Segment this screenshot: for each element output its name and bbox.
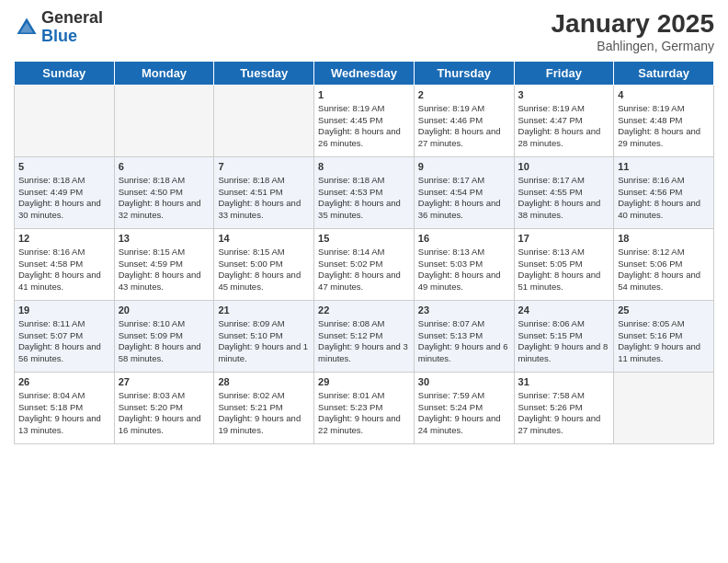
weekday-wednesday: Wednesday <box>314 62 415 86</box>
day-number: 31 <box>518 375 610 389</box>
day-number: 7 <box>218 160 310 174</box>
day-info: Sunrise: 8:16 AMSunset: 4:58 PMDaylight:… <box>18 247 110 293</box>
day-number: 11 <box>618 160 710 174</box>
calendar-cell: 6Sunrise: 8:18 AMSunset: 4:50 PMDaylight… <box>114 157 214 229</box>
calendar-cell: 25Sunrise: 8:05 AMSunset: 5:16 PMDayligh… <box>614 301 714 373</box>
calendar-cell <box>614 373 714 444</box>
day-info: Sunrise: 8:03 AMSunset: 5:20 PMDaylight:… <box>119 390 210 437</box>
day-info: Sunrise: 8:16 AMSunset: 4:56 PMDaylight:… <box>618 175 710 222</box>
day-number: 26 <box>18 375 110 389</box>
calendar-cell: 26Sunrise: 8:04 AMSunset: 5:18 PMDayligh… <box>15 373 115 444</box>
calendar-cell: 20Sunrise: 8:10 AMSunset: 5:09 PMDayligh… <box>114 301 214 373</box>
day-number: 28 <box>218 375 310 389</box>
day-number: 27 <box>119 375 210 389</box>
day-info: Sunrise: 8:13 AMSunset: 5:05 PMDaylight:… <box>518 247 610 293</box>
day-number: 20 <box>119 304 210 317</box>
weekday-saturday: Saturday <box>614 62 714 86</box>
calendar-cell: 30Sunrise: 7:59 AMSunset: 5:24 PMDayligh… <box>414 373 514 444</box>
calendar-cell: 10Sunrise: 8:17 AMSunset: 4:55 PMDayligh… <box>514 157 614 229</box>
calendar-row-3: 12Sunrise: 8:16 AMSunset: 4:58 PMDayligh… <box>15 229 714 301</box>
day-info: Sunrise: 8:19 AMSunset: 4:45 PMDaylight:… <box>318 103 410 150</box>
day-info: Sunrise: 8:18 AMSunset: 4:50 PMDaylight:… <box>119 175 210 222</box>
calendar-cell: 16Sunrise: 8:13 AMSunset: 5:03 PMDayligh… <box>414 229 514 301</box>
calendar-cell: 4Sunrise: 8:19 AMSunset: 4:48 PMDaylight… <box>614 86 714 157</box>
day-number: 23 <box>418 304 510 317</box>
day-info: Sunrise: 8:12 AMSunset: 5:06 PMDaylight:… <box>618 247 710 293</box>
weekday-sunday: Sunday <box>15 62 115 86</box>
calendar-cell: 14Sunrise: 8:15 AMSunset: 5:00 PMDayligh… <box>214 229 314 301</box>
day-number: 4 <box>618 88 710 102</box>
calendar-cell: 24Sunrise: 8:06 AMSunset: 5:15 PMDayligh… <box>514 301 614 373</box>
day-info: Sunrise: 8:11 AMSunset: 5:07 PMDaylight:… <box>18 318 110 365</box>
calendar-row-5: 26Sunrise: 8:04 AMSunset: 5:18 PMDayligh… <box>15 373 714 444</box>
day-number: 29 <box>318 375 410 389</box>
day-number: 2 <box>418 88 510 102</box>
weekday-friday: Friday <box>514 62 614 86</box>
day-number: 9 <box>418 160 510 174</box>
logo-icon <box>14 15 40 40</box>
calendar-cell: 27Sunrise: 8:03 AMSunset: 5:20 PMDayligh… <box>114 373 214 444</box>
calendar-cell: 17Sunrise: 8:13 AMSunset: 5:05 PMDayligh… <box>514 229 614 301</box>
day-number: 3 <box>518 88 610 102</box>
day-info: Sunrise: 7:59 AMSunset: 5:24 PMDaylight:… <box>418 390 510 437</box>
day-info: Sunrise: 7:58 AMSunset: 5:26 PMDaylight:… <box>518 390 610 437</box>
day-info: Sunrise: 8:15 AMSunset: 5:00 PMDaylight:… <box>218 247 310 293</box>
calendar-cell: 21Sunrise: 8:09 AMSunset: 5:10 PMDayligh… <box>214 301 314 373</box>
calendar-cell: 18Sunrise: 8:12 AMSunset: 5:06 PMDayligh… <box>614 229 714 301</box>
day-info: Sunrise: 8:17 AMSunset: 4:54 PMDaylight:… <box>418 175 510 222</box>
day-number: 12 <box>18 232 110 246</box>
day-number: 14 <box>218 232 310 246</box>
calendar-cell: 29Sunrise: 8:01 AMSunset: 5:23 PMDayligh… <box>314 373 415 444</box>
calendar-cell: 9Sunrise: 8:17 AMSunset: 4:54 PMDaylight… <box>414 157 514 229</box>
page: General Blue January 2025 Bahlingen, Ger… <box>0 0 728 563</box>
day-info: Sunrise: 8:02 AMSunset: 5:21 PMDaylight:… <box>218 390 310 437</box>
calendar-cell: 12Sunrise: 8:16 AMSunset: 4:58 PMDayligh… <box>15 229 115 301</box>
day-number: 22 <box>318 304 410 317</box>
day-number: 6 <box>119 160 210 174</box>
calendar-cell: 7Sunrise: 8:18 AMSunset: 4:51 PMDaylight… <box>214 157 314 229</box>
day-info: Sunrise: 8:07 AMSunset: 5:13 PMDaylight:… <box>418 318 510 365</box>
calendar-cell: 8Sunrise: 8:18 AMSunset: 4:53 PMDaylight… <box>314 157 415 229</box>
logo: General Blue <box>14 9 103 46</box>
calendar-cell: 22Sunrise: 8:08 AMSunset: 5:12 PMDayligh… <box>314 301 415 373</box>
weekday-monday: Monday <box>114 62 214 86</box>
day-number: 15 <box>318 232 410 246</box>
calendar-cell <box>114 86 214 157</box>
calendar-row-4: 19Sunrise: 8:11 AMSunset: 5:07 PMDayligh… <box>15 301 714 373</box>
calendar-cell: 5Sunrise: 8:18 AMSunset: 4:49 PMDaylight… <box>15 157 115 229</box>
day-info: Sunrise: 8:05 AMSunset: 5:16 PMDaylight:… <box>618 318 710 365</box>
day-number: 30 <box>418 375 510 389</box>
day-number: 25 <box>618 304 710 317</box>
day-info: Sunrise: 8:18 AMSunset: 4:49 PMDaylight:… <box>18 175 110 222</box>
day-number: 1 <box>318 88 410 102</box>
calendar-cell: 15Sunrise: 8:14 AMSunset: 5:02 PMDayligh… <box>314 229 415 301</box>
day-info: Sunrise: 8:18 AMSunset: 4:51 PMDaylight:… <box>218 175 310 222</box>
day-info: Sunrise: 8:18 AMSunset: 4:53 PMDaylight:… <box>318 175 410 222</box>
day-info: Sunrise: 8:06 AMSunset: 5:15 PMDaylight:… <box>518 318 610 365</box>
day-info: Sunrise: 8:13 AMSunset: 5:03 PMDaylight:… <box>418 247 510 293</box>
day-info: Sunrise: 8:04 AMSunset: 5:18 PMDaylight:… <box>18 390 110 437</box>
calendar-cell: 13Sunrise: 8:15 AMSunset: 4:59 PMDayligh… <box>114 229 214 301</box>
logo-blue: Blue <box>41 28 103 46</box>
day-info: Sunrise: 8:19 AMSunset: 4:48 PMDaylight:… <box>618 103 710 150</box>
calendar-cell <box>15 86 115 157</box>
calendar-row-1: 1Sunrise: 8:19 AMSunset: 4:45 PMDaylight… <box>15 86 714 157</box>
calendar-cell: 11Sunrise: 8:16 AMSunset: 4:56 PMDayligh… <box>614 157 714 229</box>
title-block: January 2025 Bahlingen, Germany <box>552 9 714 53</box>
calendar: SundayMondayTuesdayWednesdayThursdayFrid… <box>14 61 714 444</box>
day-number: 10 <box>518 160 610 174</box>
calendar-cell: 1Sunrise: 8:19 AMSunset: 4:45 PMDaylight… <box>314 86 415 157</box>
calendar-cell: 28Sunrise: 8:02 AMSunset: 5:21 PMDayligh… <box>214 373 314 444</box>
weekday-header-row: SundayMondayTuesdayWednesdayThursdayFrid… <box>15 62 714 86</box>
calendar-cell: 31Sunrise: 7:58 AMSunset: 5:26 PMDayligh… <box>514 373 614 444</box>
logo-general: General <box>41 9 103 28</box>
day-number: 21 <box>218 304 310 317</box>
weekday-tuesday: Tuesday <box>214 62 314 86</box>
day-number: 5 <box>18 160 110 174</box>
day-number: 19 <box>18 304 110 317</box>
header: General Blue January 2025 Bahlingen, Ger… <box>14 9 714 53</box>
day-info: Sunrise: 8:08 AMSunset: 5:12 PMDaylight:… <box>318 318 410 365</box>
calendar-cell: 2Sunrise: 8:19 AMSunset: 4:46 PMDaylight… <box>414 86 514 157</box>
day-number: 13 <box>119 232 210 246</box>
calendar-row-2: 5Sunrise: 8:18 AMSunset: 4:49 PMDaylight… <box>15 157 714 229</box>
